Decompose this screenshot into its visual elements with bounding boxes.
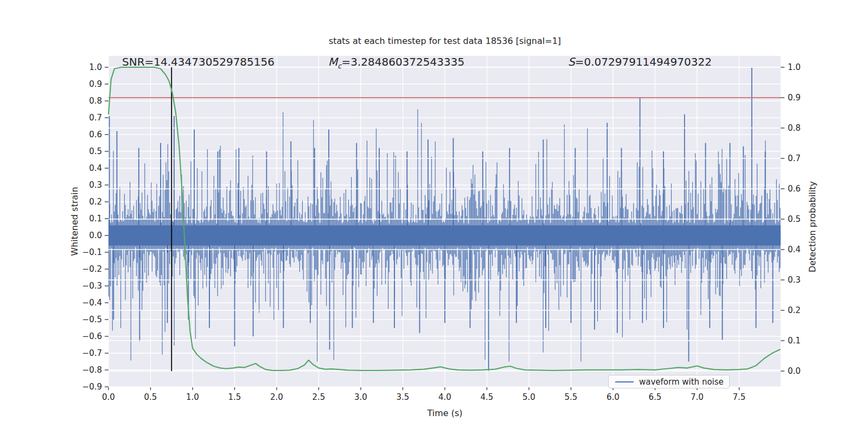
chart-canvas [0, 0, 868, 434]
figure: stats at each timestep for test data 185… [0, 0, 868, 434]
